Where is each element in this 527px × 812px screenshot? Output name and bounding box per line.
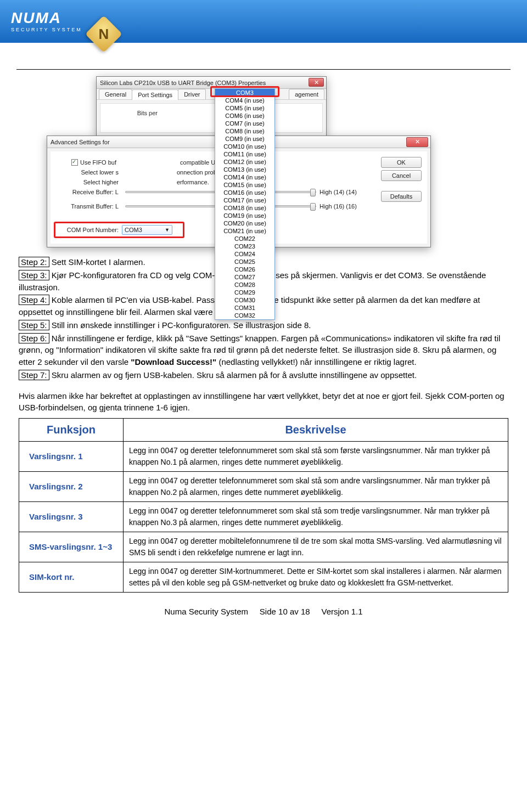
logo-text: NUMA	[11, 10, 82, 26]
step-6-text-c: (nedlasting vellykket!) når innstillinge…	[216, 357, 416, 366]
select-higher-label: Select higher	[56, 179, 122, 185]
slider-thumb[interactable]	[310, 189, 316, 196]
cell-funksjon: SMS-varslingsnr. 1~3	[19, 532, 124, 562]
cell-beskrivelse: Legg inn 0047 og deretter SIM-kortnummer…	[124, 562, 508, 593]
cell-beskrivelse: Legg inn 0047 og deretter mobiltelefonnu…	[124, 532, 508, 562]
com-option[interactable]: COM16 (in use)	[215, 189, 274, 196]
cell-funksjon: Varslingsnr. 3	[19, 502, 124, 532]
footer-product: Numa Security System	[164, 607, 248, 616]
com-option[interactable]: COM22	[215, 235, 274, 243]
step-4-label: Step 4:	[19, 295, 49, 305]
step-6-bold: "Download Success!"	[131, 357, 216, 366]
cell-funksjon: SIM-kort nr.	[19, 562, 124, 593]
com-option[interactable]: COM30	[215, 296, 274, 304]
divider	[16, 69, 511, 70]
com-option[interactable]: COM20 (in use)	[215, 219, 274, 227]
th-funksjon: Funksjon	[19, 419, 124, 442]
screenshot-figure: Silicon Labs CP210x USB to UART Bridge (…	[0, 76, 527, 247]
com-option[interactable]: COM7 (in use)	[215, 120, 274, 127]
com-option[interactable]: COM23	[215, 243, 274, 250]
slider-thumb[interactable]	[310, 203, 316, 211]
footer-page: Side 10 av 18	[260, 607, 310, 616]
th-beskrivelse: Beskrivelse	[124, 419, 508, 442]
table-row: Varslingsnr. 1Legg inn 0047 og deretter …	[19, 442, 508, 472]
step-6-label: Step 6:	[19, 333, 49, 343]
table-row: SIM-kort nr.Legg inn 0047 og deretter SI…	[19, 562, 508, 593]
cancel-button[interactable]: Cancel	[381, 170, 422, 181]
tab-power[interactable]: agement	[289, 89, 324, 99]
step-2-label: Step 2:	[19, 257, 49, 267]
cell-funksjon: Varslingsnr. 2	[19, 472, 124, 502]
ok-button[interactable]: OK	[381, 157, 422, 168]
com-option[interactable]: COM17 (in use)	[215, 196, 274, 204]
function-table: Funksjon Beskrivelse Varslingsnr. 1Legg …	[19, 418, 508, 593]
tab-port-settings[interactable]: Port Settings	[132, 89, 178, 100]
com-option[interactable]: COM25	[215, 258, 274, 266]
com-option[interactable]: COM11 (in use)	[215, 150, 274, 158]
com-option[interactable]: COM31	[215, 304, 274, 312]
step-3-label: Step 3:	[19, 270, 49, 280]
com-option[interactable]: COM29	[215, 289, 274, 296]
logo: NUMA SECURITY SYSTEM	[11, 10, 82, 32]
header-banner: NUMA SECURITY SYSTEM N	[0, 0, 527, 43]
fifo-label: Use FIFO buf	[80, 159, 116, 166]
logo-badge: N	[85, 15, 122, 53]
com-option[interactable]: COM13 (in use)	[215, 166, 274, 173]
close-icon[interactable]: ✕	[309, 78, 324, 87]
tab-driver[interactable]: Driver	[178, 89, 206, 99]
com-option[interactable]: COM12 (in use)	[215, 158, 274, 166]
page-footer: Numa Security System Side 10 av 18 Versj…	[0, 593, 527, 623]
advanced-title: Advanced Settings for	[51, 139, 110, 145]
highlight-top	[210, 86, 279, 97]
step-7-label: Step 7:	[19, 370, 49, 380]
footer-version: Versjon 1.1	[321, 607, 362, 616]
step-5-label: Step 5:	[19, 320, 49, 330]
step-7-text: Skru alarmen av og fjern USB-kabelen. Sk…	[52, 370, 417, 380]
cell-beskrivelse: Legg inn 0047 og deretter telefonnummere…	[124, 472, 508, 502]
com-option[interactable]: COM9 (in use)	[215, 135, 274, 143]
com-dropdown-list[interactable]: COM3COM4 (in use)COM5 (in use)COM6 (in u…	[215, 88, 275, 320]
highlight-bottom	[54, 222, 184, 238]
fifo-checkbox[interactable]	[71, 159, 78, 166]
note-text: Hvis alarmen ikke har bekreftet at oppla…	[19, 390, 508, 414]
tab-general[interactable]: General	[99, 89, 132, 99]
com-option[interactable]: COM10 (in use)	[215, 143, 274, 150]
properties-body: Bits per	[100, 103, 323, 133]
com-option[interactable]: COM19 (in use)	[215, 212, 274, 219]
com-option[interactable]: COM24	[215, 250, 274, 258]
com-option[interactable]: COM6 (in use)	[215, 112, 274, 120]
step-5-text: Still inn ønskede innstillinger i PC-kon…	[52, 320, 311, 330]
com-option[interactable]: COM5 (in use)	[215, 104, 274, 112]
com-option[interactable]: COM27	[215, 273, 274, 281]
com-option[interactable]: COM14 (in use)	[215, 173, 274, 181]
step-2-text: Sett SIM-kortet I alarmen.	[52, 257, 145, 267]
defaults-button[interactable]: Defaults	[381, 191, 422, 202]
rx-value: High (14) (14)	[319, 189, 380, 195]
com-option[interactable]: COM4 (in use)	[215, 97, 274, 104]
table-row: Varslingsnr. 3Legg inn 0047 og deretter …	[19, 502, 508, 532]
properties-title: Silicon Labs CP210x USB to UART Bridge (…	[100, 80, 266, 86]
logo-subtitle: SECURITY SYSTEM	[11, 27, 82, 32]
tx-buffer-label: Transmit Buffer: L	[56, 203, 122, 210]
com-option[interactable]: COM28	[215, 281, 274, 289]
com-option[interactable]: COM8 (in use)	[215, 127, 274, 135]
button-column: OK Cancel Defaults	[381, 155, 422, 204]
cell-beskrivelse: Legg inn 0047 og deretter telefonnummere…	[124, 442, 508, 472]
rx-buffer-label: Receive Buffer: L	[56, 189, 122, 195]
bits-per-label: Bits per	[106, 110, 161, 116]
cell-funksjon: Varslingsnr. 1	[19, 442, 124, 472]
close-icon[interactable]: ✕	[406, 137, 428, 147]
properties-window: Silicon Labs CP210x USB to UART Bridge (…	[96, 76, 327, 137]
com-option[interactable]: COM32	[215, 312, 274, 319]
com-option[interactable]: COM26	[215, 266, 274, 273]
select-higher-tail: erformance.	[177, 179, 209, 185]
cell-beskrivelse: Legg inn 0047 og deretter telefonnummere…	[124, 502, 508, 532]
tx-value: High (16) (16)	[319, 203, 380, 210]
table-row: SMS-varslingsnr. 1~3Legg inn 0047 og der…	[19, 532, 508, 562]
table-row: Varslingsnr. 2Legg inn 0047 og deretter …	[19, 472, 508, 502]
com-option[interactable]: COM21 (in use)	[215, 227, 274, 235]
select-lower-label: Select lower s	[56, 169, 122, 176]
com-option[interactable]: COM18 (in use)	[215, 204, 274, 212]
com-option[interactable]: COM15 (in use)	[215, 181, 274, 189]
